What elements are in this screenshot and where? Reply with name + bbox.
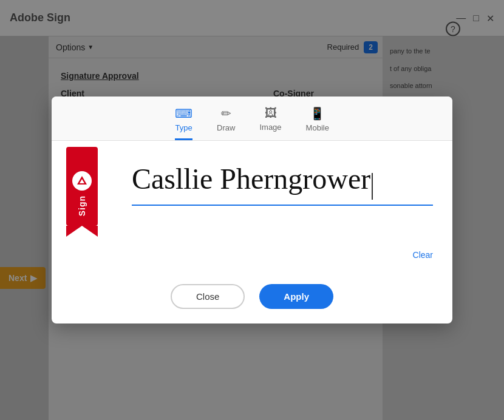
tab-mobile[interactable]: 📱 Mobile — [306, 106, 329, 140]
signature-line — [132, 205, 433, 206]
tab-type[interactable]: ⌨ Type — [175, 106, 192, 140]
modal-overlay: ⌨ Type ✏ Draw 🖼 Image 📱 Mobile — [0, 0, 504, 420]
tab-draw-label: Draw — [217, 123, 235, 132]
signature-text-container: Casllie Pherngrower — [132, 161, 433, 202]
mobile-icon: 📱 — [310, 106, 325, 121]
signature-text: Casllie Pherngrower — [132, 163, 370, 200]
tab-type-label: Type — [175, 123, 192, 132]
modal-tabs: ⌨ Type ✏ Draw 🖼 Image 📱 Mobile — [52, 97, 452, 141]
clear-button[interactable]: Clear — [413, 250, 433, 260]
modal-footer: Close Apply — [52, 274, 452, 323]
signature-area: Casllie Pherngrower Clear — [132, 161, 433, 260]
adobe-acrobat-icon — [76, 175, 88, 187]
modal-body: Sign Casllie Pherngrower Clear — [52, 141, 452, 274]
keyboard-icon: ⌨ — [175, 106, 192, 121]
apply-button[interactable]: Apply — [259, 284, 333, 309]
close-button[interactable]: Close — [171, 284, 245, 309]
tab-draw[interactable]: ✏ Draw — [217, 106, 235, 140]
adobe-sign-text: Sign — [77, 195, 87, 216]
tab-image[interactable]: 🖼 Image — [259, 106, 281, 140]
text-cursor — [372, 173, 373, 200]
image-icon: 🖼 — [265, 106, 277, 120]
adobe-logo — [72, 171, 92, 191]
tab-mobile-label: Mobile — [306, 123, 329, 132]
signature-modal: ⌨ Type ✏ Draw 🖼 Image 📱 Mobile — [52, 97, 452, 323]
adobe-bookmark: Sign — [66, 147, 98, 226]
tab-image-label: Image — [259, 123, 281, 132]
pen-icon: ✏ — [221, 106, 231, 121]
